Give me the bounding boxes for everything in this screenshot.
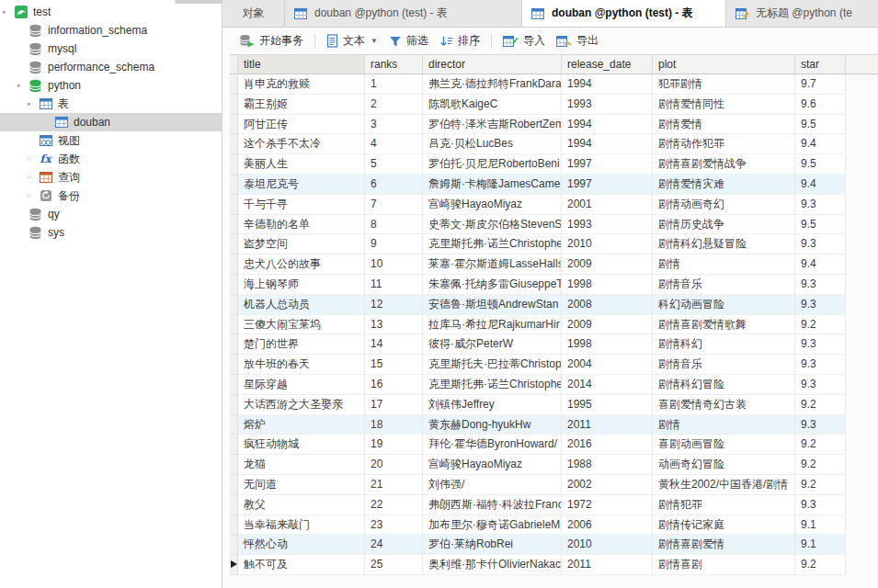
cell-release_date[interactable]: 1998 — [562, 334, 653, 355]
row-marker[interactable] — [230, 475, 238, 495]
cell-ranks[interactable]: 22 — [365, 495, 423, 515]
cell-plot[interactable]: 剧情爱情同性 — [653, 95, 795, 115]
row-marker[interactable] — [230, 254, 238, 275]
column-header-release_date[interactable]: release_date — [562, 55, 653, 74]
cell-release_date[interactable]: 1988 — [562, 455, 653, 475]
cell-release_date[interactable]: 2009 — [562, 315, 653, 335]
cell-release_date[interactable]: 2011 — [562, 555, 653, 575]
cell-plot[interactable]: 剧情喜剧爱情 — [653, 535, 795, 555]
cell-ranks[interactable]: 18 — [365, 415, 423, 435]
cell-title[interactable]: 触不可及 — [238, 555, 365, 575]
tree-state-circle[interactable]: ○ — [27, 187, 38, 205]
cell-star[interactable]: 9.3 — [795, 295, 846, 315]
cell-release_date[interactable]: 2001 — [562, 195, 653, 215]
cell-director[interactable]: 刘镇伟Jeffrey — [423, 395, 562, 415]
cell-plot[interactable]: 剧情科幻悬疑冒险 — [653, 234, 795, 254]
cell-star[interactable]: 9.1 — [795, 515, 846, 536]
cell-director[interactable]: 陈凯歌KaigeC — [423, 95, 562, 115]
row-marker[interactable] — [230, 154, 238, 175]
cell-plot[interactable]: 犯罪剧情 — [653, 74, 795, 95]
row-marker[interactable] — [230, 455, 238, 475]
cell-star[interactable]: 9.2 — [795, 435, 846, 455]
cell-release_date[interactable]: 1994 — [562, 74, 653, 95]
cell-release_date[interactable]: 1995 — [562, 395, 653, 415]
cell-plot[interactable]: 剧情爱情灾难 — [653, 175, 795, 195]
cell-ranks[interactable]: 11 — [365, 275, 423, 295]
sidebar-item-sys[interactable]: sys — [0, 223, 222, 242]
cell-ranks[interactable]: 3 — [365, 115, 423, 135]
column-header-ranks[interactable]: ranks — [365, 55, 423, 74]
cell-plot[interactable]: 剧情喜剧 — [653, 555, 795, 575]
cell-release_date[interactable]: 2006 — [562, 515, 653, 536]
cell-director[interactable]: 詹姆斯·卡梅隆JamesCame — [423, 175, 562, 195]
cell-title[interactable]: 无间道 — [238, 475, 365, 495]
cell-ranks[interactable]: 8 — [365, 215, 423, 235]
export-button[interactable]: 导出 — [551, 30, 604, 51]
row-marker[interactable] — [230, 515, 238, 536]
cell-release_date[interactable]: 2004 — [562, 355, 653, 375]
cell-director[interactable]: 莱塞·霍尔斯道姆LasseHalls — [423, 254, 562, 275]
cell-title[interactable]: 大话西游之大圣娶亲 — [238, 395, 365, 415]
cell-title[interactable]: 熔炉 — [238, 415, 365, 435]
row-marker[interactable] — [230, 275, 238, 295]
cell-title[interactable]: 怦然心动 — [238, 535, 365, 555]
cell-ranks[interactable]: 2 — [365, 95, 423, 115]
cell-star[interactable]: 9.5 — [795, 154, 846, 175]
cell-plot[interactable]: 剧情 — [653, 415, 795, 435]
cell-plot[interactable]: 剧情喜剧爱情歌舞 — [653, 315, 795, 335]
cell-ranks[interactable]: 20 — [365, 455, 423, 475]
row-marker[interactable] — [230, 175, 238, 195]
cell-ranks[interactable]: 9 — [365, 234, 423, 254]
cell-ranks[interactable]: 6 — [365, 175, 423, 195]
tree-state-dot[interactable]: ● — [17, 76, 28, 95]
cell-ranks[interactable]: 19 — [365, 435, 423, 455]
sidebar-item-queries[interactable]: ○查询 — [0, 168, 222, 187]
column-header-plot[interactable]: plot — [653, 55, 795, 74]
cell-title[interactable]: 疯狂动物城 — [238, 435, 365, 455]
sidebar-item-tables[interactable]: ●表 — [0, 95, 222, 113]
cell-director[interactable]: 彼得·威尔PeterW — [423, 334, 562, 355]
cell-ranks[interactable]: 15 — [365, 355, 423, 375]
begin-transaction-button[interactable]: 开始事务 — [234, 30, 309, 51]
cell-release_date[interactable]: 2009 — [562, 254, 653, 275]
cell-release_date[interactable]: 1972 — [562, 495, 653, 515]
cell-director[interactable]: 克里斯托夫·巴拉蒂Christop — [423, 355, 562, 375]
cell-director[interactable]: 安德鲁·斯坦顿AndrewStan — [423, 295, 562, 315]
import-button[interactable]: 导入 — [497, 30, 551, 51]
cell-star[interactable]: 9.2 — [795, 555, 846, 575]
cell-release_date[interactable]: 1993 — [562, 215, 653, 235]
cell-star[interactable]: 9.4 — [795, 134, 846, 154]
sidebar-item-functions[interactable]: ○fx函数 — [0, 150, 222, 168]
sidebar-item-backups[interactable]: ○备份 — [0, 187, 222, 205]
cell-director[interactable]: 拉库马·希拉尼RajkumarHir — [423, 315, 562, 335]
cell-star[interactable]: 9.4 — [795, 254, 846, 275]
cell-plot[interactable]: 喜剧动画冒险 — [653, 435, 795, 455]
cell-star[interactable]: 9.2 — [795, 395, 846, 415]
cell-plot[interactable]: 黄秋生2002/中国香港/剧情 — [653, 475, 795, 495]
row-marker[interactable] — [230, 355, 238, 375]
cell-ranks[interactable]: 12 — [365, 295, 423, 315]
cell-release_date[interactable]: 1994 — [562, 134, 653, 154]
column-header-title[interactable]: title — [238, 55, 365, 74]
cell-plot[interactable]: 剧情喜剧爱情战争 — [653, 154, 795, 175]
cell-director[interactable]: 吕克·贝松LucBes — [423, 134, 562, 154]
cell-release_date[interactable]: 2002 — [562, 475, 653, 495]
cell-ranks[interactable]: 5 — [365, 154, 423, 175]
cell-title[interactable]: 肖申克的救赎 — [238, 74, 365, 95]
cell-plot[interactable]: 剧情传记家庭 — [653, 515, 795, 536]
cell-plot[interactable]: 科幻动画冒险 — [653, 295, 795, 315]
scrollbar-thumb[interactable] — [175, 0, 222, 4]
row-marker[interactable] — [230, 195, 238, 215]
cell-star[interactable]: 9.3 — [795, 355, 846, 375]
row-marker[interactable] — [230, 555, 238, 575]
cell-release_date[interactable]: 2014 — [562, 375, 653, 395]
cell-release_date[interactable]: 1997 — [562, 154, 653, 175]
cell-director[interactable]: 拜伦·霍华德ByronHoward/ — [423, 435, 562, 455]
filter-button[interactable]: 筛选 — [383, 30, 434, 51]
cell-release_date[interactable]: 2010 — [562, 234, 653, 254]
tab-douban-table-1[interactable]: douban @python (test) - 表 — [285, 0, 522, 27]
row-marker[interactable] — [230, 415, 238, 435]
cell-title[interactable]: 放牛班的春天 — [238, 355, 365, 375]
cell-title[interactable]: 忠犬八公的故事 — [238, 254, 365, 275]
cell-plot[interactable]: 剧情 — [653, 254, 795, 275]
